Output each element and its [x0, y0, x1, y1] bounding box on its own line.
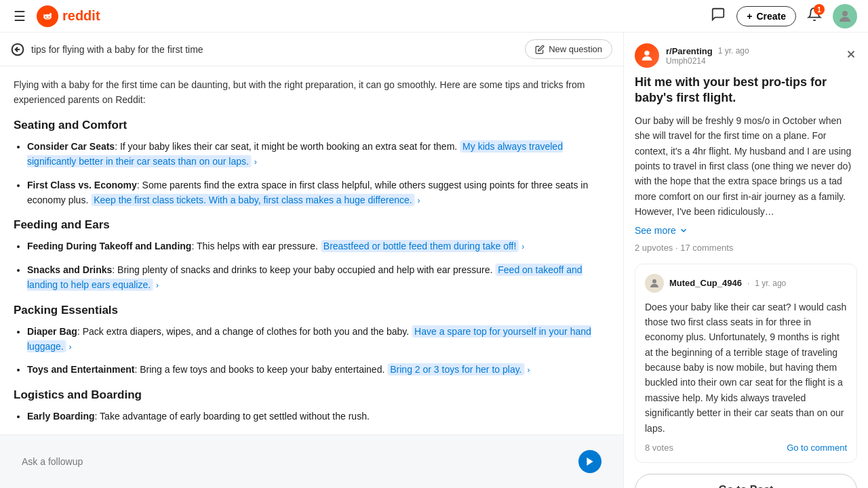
seating-list: Consider Car Seats: If your baby likes t…: [14, 139, 610, 208]
post-title: Hit me with your best pro-tips for baby'…: [635, 75, 857, 106]
list-item: Toys and Entertainment: Bring a few toys…: [27, 362, 610, 377]
comment-footer: 8 votes Go to comment: [645, 443, 847, 453]
comment-header: Muted_Cup_4946 · 1 yr. ago: [645, 274, 847, 293]
svg-point-15: [652, 279, 656, 283]
logistics-list: Early Boarding: Take advantage of early …: [14, 409, 610, 424]
new-question-button[interactable]: New question: [525, 39, 612, 59]
search-query-text: tips for flying with a baby for the firs…: [31, 44, 518, 55]
quote-link-3[interactable]: Breastfeed or bottle feed them during ta…: [321, 240, 519, 252]
comment-votes: 8 votes: [645, 443, 673, 453]
go-to-post-button[interactable]: Go to Post: [635, 474, 857, 488]
list-item: Snacks and Drinks: Bring plenty of snack…: [27, 262, 610, 293]
left-panel-body: Flying with a baby for the first time ca…: [0, 66, 623, 488]
search-bar: tips for flying with a baby for the firs…: [0, 33, 623, 66]
reddit-icon: [37, 5, 58, 27]
comment-avatar: [645, 274, 664, 293]
post-header: r/Parenting 1 yr. ago Umph0214: [635, 43, 857, 68]
list-item: First Class vs. Economy: Some parents fi…: [27, 178, 610, 208]
term: Feeding During Takeoff and Landing: [27, 241, 191, 251]
quote-text-2: Keep the first class tickets. With a bab…: [92, 194, 413, 206]
quote-link-6[interactable]: Bring 2 or 3 toys for her to play.: [387, 363, 524, 375]
svg-point-7: [50, 14, 52, 16]
item-text: : Bring a few toys and books to keep you…: [134, 364, 384, 375]
notification-badge: 1: [814, 4, 825, 15]
post-meta: r/Parenting 1 yr. ago Umph0214: [666, 46, 749, 66]
new-question-label: New question: [549, 44, 602, 54]
comment-username: Muted_Cup_4946: [669, 278, 742, 288]
comment-time: 1 yr. ago: [755, 279, 786, 288]
svg-point-8: [842, 11, 848, 16]
intro-text: Flying with a baby for the first time ca…: [14, 77, 610, 108]
term: Snacks and Drinks: [27, 264, 112, 275]
go-to-comment-button[interactable]: Go to comment: [787, 443, 847, 453]
packing-list: Diaper Bag: Pack extra diapers, wipes, a…: [14, 324, 610, 378]
arrow-icon-6: ›: [527, 365, 530, 375]
arrow-icon-5: ›: [69, 342, 72, 352]
arrow-icon-1: ›: [254, 157, 257, 167]
term: Diaper Bag: [27, 326, 77, 337]
post-username: Umph0214: [666, 56, 749, 66]
subreddit-avatar: [635, 43, 659, 68]
section-title-packing: Packing Essentials: [14, 304, 610, 317]
quote-text-6: Bring 2 or 3 toys for her to play.: [389, 363, 523, 375]
term: First Class vs. Economy: [27, 180, 137, 190]
close-button[interactable]: [845, 48, 857, 64]
list-item: Feeding During Takeoff and Landing: This…: [27, 239, 610, 253]
section-title-feeding: Feeding and Ears: [14, 218, 610, 232]
hamburger-button[interactable]: ☰: [11, 5, 28, 27]
back-button[interactable]: [11, 43, 24, 56]
section-title-logistics: Logistics and Boarding: [14, 388, 610, 402]
list-item: Early Boarding: Take advantage of early …: [27, 409, 610, 424]
header-right: + Create 1: [711, 4, 857, 28]
term: Toys and Entertainment: [27, 364, 134, 375]
see-more-label: See more: [635, 225, 676, 236]
term: Early Boarding: [27, 411, 95, 422]
item-text: : Pack extra diapers, wipes, and a chang…: [77, 326, 409, 337]
chat-button[interactable]: [711, 7, 726, 25]
term: Consider Car Seats: [27, 141, 115, 152]
comment-card: Muted_Cup_4946 · 1 yr. ago Does your bab…: [635, 264, 857, 464]
left-panel: tips for flying with a baby for the firs…: [0, 33, 624, 488]
main-layout: tips for flying with a baby for the firs…: [0, 33, 868, 488]
item-text: : This helps with ear pressure.: [191, 241, 318, 251]
send-button[interactable]: [578, 450, 601, 473]
svg-point-3: [49, 16, 50, 18]
ask-followup-bar: [0, 434, 623, 488]
create-plus-icon: +: [747, 11, 752, 22]
item-text: : If your baby likes their car seat, it …: [115, 141, 457, 152]
section-title-seating: Seating and Comfort: [14, 119, 610, 132]
header: ☰ reddit: [0, 0, 868, 33]
svg-marker-11: [587, 458, 593, 466]
create-label: Create: [756, 11, 786, 22]
post-header-left: r/Parenting 1 yr. ago Umph0214: [635, 43, 749, 68]
item-text: : Take advantage of early boarding to ge…: [95, 411, 370, 422]
svg-point-12: [644, 51, 649, 56]
svg-point-2: [45, 16, 47, 18]
quote-link-2[interactable]: Keep the first class tickets. With a bab…: [91, 194, 414, 206]
arrow-icon-3: ›: [521, 242, 524, 251]
comment-dot: ·: [747, 279, 749, 288]
quote-text-3: Breastfeed or bottle feed them during ta…: [322, 240, 518, 252]
create-button[interactable]: + Create: [736, 6, 796, 26]
arrow-icon-2: ›: [418, 196, 420, 205]
post-body: Our baby will be freshly 9 mos/o in Octo…: [635, 113, 857, 220]
ask-followup-inner: [11, 443, 612, 480]
ask-followup-input[interactable]: [22, 456, 578, 467]
header-left: ☰ reddit: [11, 5, 100, 27]
notifications-button[interactable]: 1: [807, 7, 822, 25]
post-stats: 2 upvotes · 17 comments: [635, 243, 857, 253]
see-more-link[interactable]: See more: [635, 225, 857, 236]
list-item: Diaper Bag: Pack extra diapers, wipes, a…: [27, 324, 610, 354]
reddit-logo: reddit: [37, 5, 100, 27]
feeding-list: Feeding During Takeoff and Landing: This…: [14, 239, 610, 292]
right-panel: r/Parenting 1 yr. ago Umph0214 Hit me wi…: [624, 33, 868, 488]
list-item: Consider Car Seats: If your baby likes t…: [27, 139, 610, 169]
reddit-wordmark: reddit: [62, 8, 100, 24]
content-area: Flying with a baby for the first time ca…: [0, 66, 623, 486]
arrow-icon-4: ›: [156, 281, 159, 290]
subreddit-name: r/Parenting: [666, 46, 713, 56]
svg-point-6: [43, 14, 45, 16]
post-time: 1 yr. ago: [718, 46, 749, 56]
user-avatar-button[interactable]: [833, 4, 857, 28]
item-text: : Bring plenty of snacks and drinks to k…: [112, 264, 492, 275]
